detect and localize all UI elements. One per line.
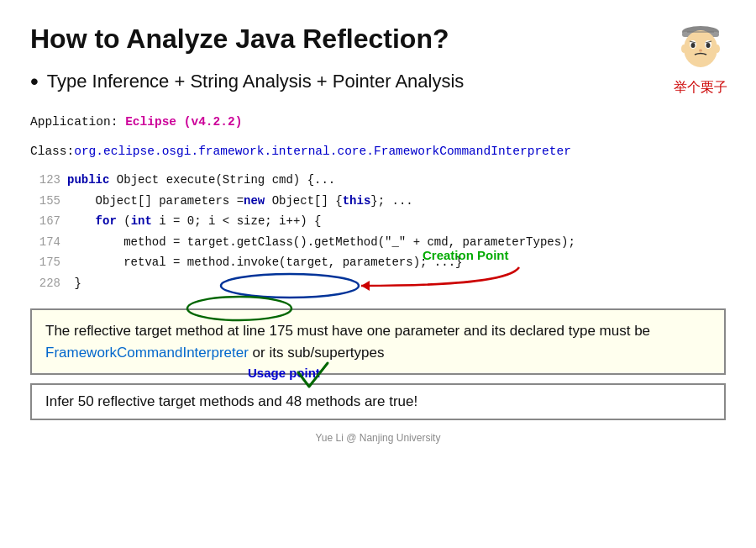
- line-num-175: 175: [30, 252, 60, 273]
- box-white: Infer 50 reflective target methods and 4…: [30, 383, 726, 420]
- line-num-167: 167: [30, 211, 60, 232]
- code-line-174: 174 method = target.getClass().getMethod…: [30, 232, 726, 253]
- app-value: Eclipse (v4.2.2): [125, 115, 242, 129]
- footer: Yue Li @ Nanjing University: [30, 432, 726, 444]
- code-line-228: 228 }: [30, 273, 726, 294]
- code-line-167: 167 for (int i = 0; i < size; i++) {: [30, 211, 726, 232]
- svg-point-8: [681, 45, 686, 53]
- box1-text-before: The reflective target method at line 175…: [45, 323, 650, 339]
- class-line: Class:org.eclipse.osgi.framework.interna…: [30, 141, 726, 162]
- line-num-228: 228: [30, 273, 60, 294]
- app-label: Application:: [30, 115, 125, 129]
- app-line: Application: Eclipse (v4.2.2): [30, 112, 726, 133]
- annotation-creation: Creation Point: [423, 248, 509, 262]
- svg-point-9: [715, 45, 720, 53]
- box2-text: Infer 50 reflective target methods and 4…: [45, 393, 417, 409]
- svg-point-2: [684, 30, 717, 67]
- avatar-icon: [670, 17, 731, 77]
- class-label: Class:: [30, 145, 74, 158]
- svg-point-5: [691, 43, 696, 48]
- svg-point-7: [699, 50, 702, 52]
- box-yellow: The reflective target method at line 175…: [30, 308, 726, 375]
- svg-point-6: [706, 43, 711, 48]
- line-num-155: 155: [30, 191, 60, 212]
- box1-highlight: FrameworkCommandInterpreter: [45, 345, 249, 361]
- bullet-point: • Type Inference + String Analysis + Poi…: [30, 70, 726, 93]
- code-block: 123 public Object execute(String cmd) {.…: [30, 170, 726, 293]
- class-value: org.eclipse.osgi.framework.internal.core…: [74, 145, 571, 158]
- bullet-dot: •: [30, 70, 39, 93]
- page-title: How to Analyze Java Reflection?: [30, 24, 726, 55]
- code-line-155: 155 Object[] parameters = new Object[] {…: [30, 191, 726, 212]
- avatar-label: 举个栗子: [674, 79, 727, 97]
- line-num-174: 174: [30, 232, 60, 253]
- code-line-175: 175 retval = method.invoke(target, param…: [30, 252, 726, 273]
- avatar-area: 举个栗子: [670, 17, 731, 97]
- bullet-text: Type Inference + String Analysis + Point…: [47, 71, 465, 92]
- annotation-usage: Usage point: [248, 366, 320, 380]
- line-num-123: 123: [30, 170, 60, 191]
- code-line-123: 123 public Object execute(String cmd) {.…: [30, 170, 726, 191]
- box1-text-after: or its sub/supertypes: [249, 345, 385, 361]
- slide: 举个栗子 How to Analyze Java Reflection? • T…: [0, 0, 756, 548]
